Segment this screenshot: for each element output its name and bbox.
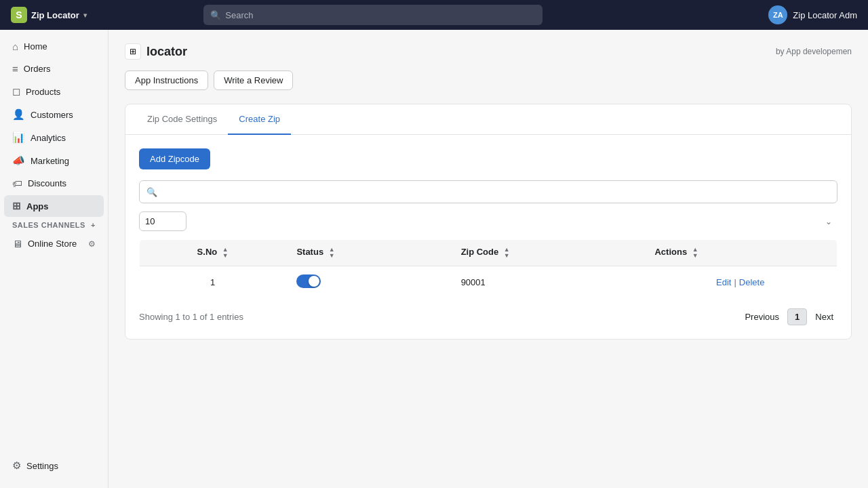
showing-text: Showing 1 to 1 of 1 entries [139,312,243,322]
col-sno: S.No ▲▼ [140,240,286,266]
cell-status [285,266,450,299]
cell-zipcode: 90001 [450,266,644,299]
brand-name: Zip Locator [31,10,79,20]
sales-channels-label: SALES CHANNELS [12,221,85,229]
app-by-label: by App developemen [776,47,852,56]
app-title: locator [146,45,187,59]
search-input[interactable] [225,10,536,20]
user-label: Zip Locator Adm [793,10,857,20]
sales-channels-section: SALES CHANNELS + [4,218,104,232]
edit-link[interactable]: Edit [716,277,731,287]
sidebar-item-label: Products [26,87,60,97]
sort-actions-icon[interactable]: ▲▼ [692,247,698,259]
col-actions: Actions ▲▼ [644,240,837,266]
cell-actions: Edit | Delete [644,266,837,299]
sidebar-item-label: Online Store [28,239,77,249]
tab-content-create-zip: Add Zipcode 🔍 10 25 50 100 [125,135,851,339]
sidebar-item-label: Discounts [28,178,66,188]
sidebar-item-label: Orders [24,64,51,74]
sidebar-item-label: Settings [26,461,58,471]
settings-icon: ⚙ [12,460,21,472]
tab-create-zip[interactable]: Create Zip [228,104,291,135]
sidebar-item-marketing[interactable]: 📣 Marketing [4,150,104,171]
main-content: ⊞ locator by App developemen App Instruc… [108,30,868,488]
cell-sno: 1 [140,266,286,299]
global-search: 🔍 [203,5,542,25]
analytics-icon: 📊 [12,131,25,144]
app-actions: App Instructions Write a Review [125,70,852,90]
apps-icon: ⊞ [12,200,21,212]
sidebar-item-label: Home [24,41,47,52]
write-review-button[interactable]: Write a Review [214,70,293,90]
add-sales-channel-button[interactable]: + [91,221,96,229]
col-zipcode: Zip Code ▲▼ [450,240,644,266]
sort-zipcode-icon[interactable]: ▲▼ [504,247,510,259]
brand-button[interactable]: S Zip Locator ▾ [11,7,87,23]
sidebar-item-analytics[interactable]: 📊 Analytics [4,127,104,148]
sidebar-footer: ⚙ Settings [0,454,108,483]
sidebar-item-settings[interactable]: ⚙ Settings [4,455,104,476]
sidebar-item-label: Customers [31,110,73,120]
sort-status-icon[interactable]: ▲▼ [329,247,335,259]
toggle-track [296,274,321,288]
delete-link[interactable]: Delete [739,277,765,287]
top-navigation: S Zip Locator ▾ 🔍 ZA Zip Locator Adm [0,0,868,30]
search-icon: 🔍 [210,10,221,20]
home-icon: ⌂ [12,41,18,52]
sidebar-item-label: Analytics [31,133,66,143]
page-1-button[interactable]: 1 [787,308,807,325]
discounts-icon: 🏷 [12,178,22,189]
user-menu[interactable]: ZA Zip Locator Adm [768,5,857,24]
tabs-container: Zip Code Settings Create Zip Add Zipcode… [125,104,852,340]
sidebar-item-orders[interactable]: ≡ Orders [4,58,104,79]
tab-zip-code-settings[interactable]: Zip Code Settings [136,104,228,135]
tabs-header: Zip Code Settings Create Zip [125,104,851,135]
col-status: Status ▲▼ [285,240,450,266]
app-instructions-button[interactable]: App Instructions [125,70,208,90]
chevron-down-icon: ▾ [83,12,87,19]
avatar: ZA [768,5,787,24]
sidebar: ⌂ Home ≡ Orders ◻ Products 👤 Customers 📊… [0,30,108,488]
sidebar-item-apps[interactable]: ⊞ Apps [4,195,104,217]
table-row: 1 90001 Edit [140,266,837,299]
table-controls: 🔍 [139,180,837,203]
sidebar-item-label: Apps [26,201,49,211]
next-button[interactable]: Next [811,309,837,325]
shopify-logo-icon: S [11,7,27,23]
pagination-controls: Previous 1 Next [741,308,837,325]
table-search-icon: 🔍 [146,187,157,197]
marketing-icon: 📣 [12,155,25,167]
toggle-thumb [309,276,319,287]
pagination: Showing 1 to 1 of 1 entries Previous 1 N… [139,308,837,325]
table-search-input[interactable] [161,187,830,197]
per-page-select[interactable]: 10 25 50 100 [139,211,186,231]
sidebar-item-discounts[interactable]: 🏷 Discounts [4,173,104,194]
app-header: ⊞ locator by App developemen [125,43,852,60]
online-store-icon: 🖥 [12,238,22,249]
sidebar-item-customers[interactable]: 👤 Customers [4,104,104,125]
app-title-row: ⊞ locator [125,43,187,60]
sidebar-item-online-store[interactable]: 🖥 Online Store ⚙ [4,233,104,254]
sort-sno-icon[interactable]: ▲▼ [222,247,229,259]
customers-icon: 👤 [12,108,25,121]
zipcode-table: S.No ▲▼ Status ▲▼ Zip Code ▲▼ [139,239,837,299]
action-separator: | [734,277,736,287]
gear-icon[interactable]: ⚙ [88,239,96,249]
action-links: Edit | Delete [654,277,826,287]
table-search: 🔍 [139,180,837,203]
sidebar-item-label: Marketing [31,156,69,166]
orders-icon: ≡ [12,63,18,75]
status-toggle[interactable] [296,274,321,288]
previous-button[interactable]: Previous [741,309,783,325]
per-page-selector[interactable]: 10 25 50 100 [139,211,837,231]
sidebar-item-products[interactable]: ◻ Products [4,81,104,102]
add-zipcode-button[interactable]: Add Zipcode [139,148,210,169]
app-icon: ⊞ [125,43,141,60]
sidebar-item-home[interactable]: ⌂ Home [4,36,104,57]
products-icon: ◻ [12,85,20,98]
